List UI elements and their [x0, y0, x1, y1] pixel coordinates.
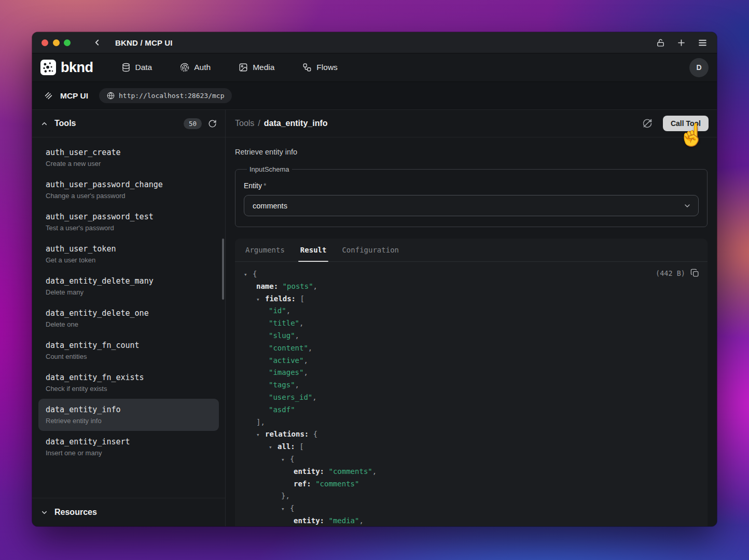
close-window-button[interactable]	[41, 39, 48, 46]
nav-item-label: Flows	[316, 63, 337, 72]
tool-list-item[interactable]: data_entity_infoRetrieve entity info	[38, 399, 219, 431]
json-string: "asdf"	[269, 405, 295, 414]
back-icon[interactable]	[92, 38, 102, 47]
collapse-triangle-icon[interactable]: ▾	[244, 269, 253, 281]
json-punct: ,	[359, 516, 363, 525]
tool-list-item[interactable]: data_entity_fn_countCount entities	[38, 334, 219, 367]
input-schema-legend: InputSchema	[247, 165, 292, 173]
json-string: "posts"	[283, 282, 313, 290]
json-string: "images"	[269, 368, 303, 376]
tool-list-item[interactable]: data_entity_delete_manyDelete many	[38, 270, 219, 302]
tool-name: auth_user_token	[46, 244, 212, 254]
refresh-icon[interactable]	[208, 119, 217, 128]
menu-icon[interactable]	[698, 38, 708, 48]
json-line: "images",	[244, 367, 699, 379]
tool-list-item[interactable]: auth_user_tokenGet a user token	[38, 238, 219, 270]
tool-list-item[interactable]: auth_user_password_testTest a user's pas…	[38, 206, 219, 238]
collapse-triangle-icon[interactable]: ▾	[256, 293, 265, 306]
breadcrumb-separator: /	[258, 119, 260, 128]
call-tool-button[interactable]: Call Tool	[663, 116, 709, 131]
sidebar-scrollbar[interactable]	[222, 239, 224, 300]
json-key: entity:	[294, 516, 324, 525]
tools-section-header[interactable]: Tools 50	[32, 110, 225, 137]
server-url: http://localhost:28623/mcp	[119, 92, 225, 100]
tab-result[interactable]: Result	[300, 239, 327, 261]
json-line: name: "posts",	[244, 281, 699, 293]
json-punct: ],	[256, 418, 265, 426]
json-punct: ,	[372, 467, 377, 475]
nav-item-flows[interactable]: Flows	[302, 63, 337, 72]
tool-desc: Test a user's password	[46, 224, 212, 232]
tool-name: data_entity_delete_one	[46, 309, 212, 318]
auto-refresh-off-icon[interactable]	[642, 118, 653, 129]
brand-logo[interactable]: bknd	[40, 60, 93, 76]
json-line: ▾all: [	[244, 441, 699, 453]
json-line: ▾{	[244, 502, 699, 515]
json-line: "id",	[244, 305, 699, 317]
json-line: "title",	[244, 317, 699, 330]
tool-detail-panel: Tools / data_entity_info Call Tool Retri…	[226, 110, 717, 526]
nav-item-auth[interactable]: Auth	[180, 63, 211, 72]
tool-desc: Retrieve entity info	[46, 417, 212, 425]
server-url-pill[interactable]: http://localhost:28623/mcp	[99, 88, 232, 103]
tool-detail-header: Tools / data_entity_info Call Tool	[226, 110, 717, 137]
json-line: "users_id",	[244, 391, 699, 404]
tab-arguments[interactable]: Arguments	[245, 239, 285, 261]
json-string: "content"	[269, 344, 308, 352]
app-window: BKND / MCP UI bknd Data	[32, 32, 717, 526]
new-tab-icon[interactable]	[676, 38, 686, 48]
mcp-subheader: MCP UI http://localhost:28623/mcp	[32, 82, 717, 110]
tool-list-item[interactable]: data_entity_insertInsert one or many	[38, 431, 219, 463]
tab-configuration[interactable]: Configuration	[342, 239, 399, 261]
tool-list-item[interactable]: data_entity_delete_oneDelete one	[38, 302, 219, 334]
chevron-down-icon	[40, 509, 48, 516]
tool-desc: Insert one or many	[46, 449, 212, 457]
tool-list-item[interactable]: data_entity_fn_existsCheck if entity exi…	[38, 367, 219, 399]
nav-item-data[interactable]: Data	[121, 63, 152, 72]
result-size-label: (442 B)	[656, 269, 685, 277]
json-line: ],	[244, 416, 699, 429]
layers-icon	[44, 91, 53, 101]
json-line: },	[244, 490, 699, 502]
workflow-icon	[302, 63, 312, 72]
json-key: entity:	[294, 467, 324, 475]
tool-list-item[interactable]: auth_user_createCreate a new user	[38, 142, 219, 174]
copy-icon[interactable]	[690, 269, 699, 277]
json-punct	[311, 480, 315, 488]
json-punct: {	[253, 270, 257, 278]
collapse-triangle-icon[interactable]: ▾	[256, 429, 265, 441]
result-tabs-box: Arguments Result Configuration (442 B) ▾…	[235, 239, 708, 526]
tool-desc: Delete many	[46, 288, 212, 296]
tool-desc: Check if entity exists	[46, 385, 212, 393]
json-punct: {	[290, 504, 294, 512]
json-line: "slug",	[244, 330, 699, 342]
minimize-window-button[interactable]	[53, 39, 60, 46]
collapse-triangle-icon[interactable]: ▾	[281, 454, 290, 466]
json-line: "asdf"	[244, 404, 699, 416]
lock-open-icon[interactable]	[656, 38, 665, 47]
nav-item-media[interactable]: Media	[239, 63, 274, 72]
breadcrumb-tool-name: data_entity_info	[264, 119, 328, 128]
tool-name: data_entity_fn_exists	[46, 373, 212, 382]
resources-section-header[interactable]: Resources	[32, 498, 225, 526]
json-string: "id"	[269, 306, 286, 315]
main-navbar: bknd Data Auth Media	[32, 53, 717, 82]
json-punct: ,	[312, 393, 316, 401]
entity-field-label: Entity*	[244, 181, 699, 190]
tool-list-item[interactable]: auth_user_password_changeChange a user's…	[38, 174, 219, 206]
collapse-triangle-icon[interactable]: ▾	[269, 441, 278, 454]
nav-item-label: Auth	[194, 63, 211, 72]
globe-icon	[107, 92, 115, 100]
tool-name: data_entity_delete_many	[46, 276, 212, 286]
json-line: ▾{	[244, 268, 699, 281]
brand-name: bknd	[61, 60, 93, 76]
tool-name: auth_user_create	[46, 148, 212, 157]
tool-name: data_entity_fn_count	[46, 341, 212, 350]
zoom-window-button[interactable]	[64, 39, 71, 46]
json-line: "active",	[244, 355, 699, 367]
entity-select[interactable]: comments	[244, 195, 699, 216]
collapse-triangle-icon[interactable]: ▾	[281, 503, 290, 515]
json-line: ▾relations: {	[244, 428, 699, 441]
breadcrumb-section[interactable]: Tools	[235, 119, 254, 128]
user-avatar[interactable]: D	[689, 58, 709, 77]
